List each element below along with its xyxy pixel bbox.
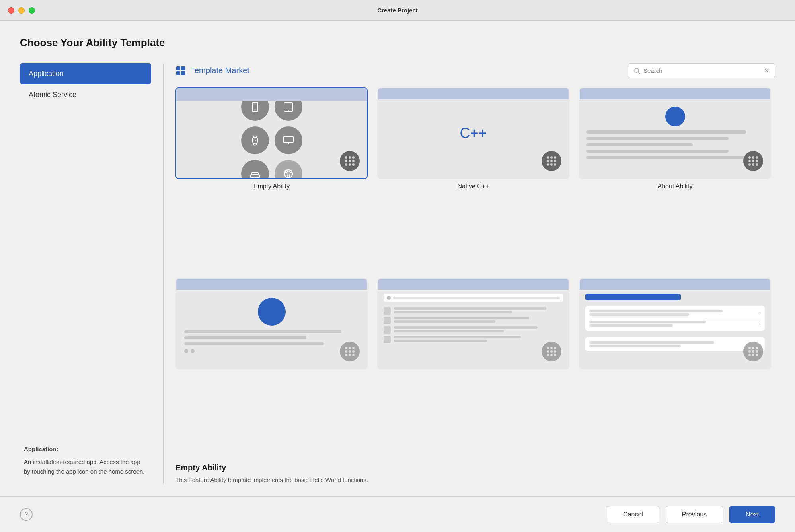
sidebar-description-text: An installation-required app. Access the… <box>24 458 145 475</box>
sidebar-item-atomic-service[interactable]: Atomic Service <box>20 84 151 105</box>
svg-point-7 <box>254 109 255 111</box>
search-input[interactable] <box>643 67 761 74</box>
svg-point-21 <box>252 177 253 179</box>
ea-badge <box>340 151 360 171</box>
window-title: Create Project <box>377 7 418 14</box>
clear-icon[interactable]: ✕ <box>764 67 769 74</box>
sidebar-item-application[interactable]: Application <box>20 63 151 84</box>
about-ability-preview <box>579 87 771 179</box>
svg-line-5 <box>638 72 640 74</box>
sidebar: Application Atomic Service Application: … <box>20 63 151 484</box>
svg-point-22 <box>257 177 258 179</box>
template-market-icon <box>175 66 186 76</box>
selected-template-title: Empty Ability <box>175 463 775 472</box>
settings-preview: › › <box>579 278 771 369</box>
svg-rect-20 <box>251 175 259 178</box>
native-cpp-preview: C++ <box>377 87 569 179</box>
watch-icon <box>241 126 269 154</box>
minimize-button[interactable] <box>18 7 25 14</box>
template-card-about-ability[interactable]: About Ability <box>579 87 771 268</box>
selected-template-desc: This Feature Ability template implements… <box>175 476 775 485</box>
template-area: Template Market ✕ <box>175 63 775 484</box>
content-area: Application Atomic Service Application: … <box>20 63 775 484</box>
footer: ? Cancel Previous Next <box>0 496 795 532</box>
svg-line-29 <box>289 173 290 175</box>
template-card-native-cpp[interactable]: C++ Native C++ <box>377 87 569 268</box>
svg-point-26 <box>287 175 290 177</box>
template-card-empty-ability[interactable]: Empty Ability <box>175 87 368 268</box>
next-button[interactable]: Next <box>729 506 775 523</box>
empty-ability-preview <box>175 87 368 179</box>
svg-rect-1 <box>181 66 185 70</box>
template-description: Empty Ability This Feature Ability templ… <box>175 463 775 485</box>
network-icon <box>275 160 302 179</box>
aa-badge <box>743 151 763 171</box>
cpp-text-label: C++ <box>460 125 487 142</box>
dialog-body: Choose Your Ability Template Application… <box>0 21 795 496</box>
nc-badge <box>542 151 561 171</box>
search-icon <box>634 68 640 74</box>
svg-line-28 <box>286 173 288 175</box>
previous-button[interactable]: Previous <box>666 506 723 523</box>
svg-rect-3 <box>181 71 185 75</box>
template-header: Template Market ✕ <box>175 63 775 78</box>
monitor-icon <box>275 126 302 154</box>
help-button[interactable]: ? <box>20 508 33 521</box>
template-market-title: Template Market <box>175 66 249 76</box>
list-preview <box>377 278 569 369</box>
fc-badge <box>340 342 360 361</box>
svg-rect-17 <box>284 136 293 143</box>
template-card-list[interactable] <box>377 278 569 452</box>
template-card-settings[interactable]: › › <box>579 278 771 452</box>
sidebar-divider <box>163 63 164 484</box>
main-content: Choose Your Ability Template Application… <box>0 21 795 532</box>
dialog-heading: Choose Your Ability Template <box>20 37 775 49</box>
search-box[interactable]: ✕ <box>628 63 775 78</box>
native-cpp-label: Native C++ <box>457 183 489 190</box>
traffic-lights <box>8 7 35 14</box>
cancel-button[interactable]: Cancel <box>607 506 659 523</box>
maximize-button[interactable] <box>29 7 35 14</box>
sc-badge <box>743 342 763 361</box>
svg-point-23 <box>284 170 292 178</box>
sidebar-description: Application: An installation-required ap… <box>20 437 151 484</box>
templates-grid: Empty Ability C++ <box>175 87 775 452</box>
template-card-feature[interactable] <box>175 278 368 452</box>
about-ability-label: About Ability <box>657 183 692 190</box>
svg-rect-0 <box>176 66 180 70</box>
close-button[interactable] <box>8 7 14 14</box>
feature-preview <box>175 278 368 369</box>
svg-rect-2 <box>176 71 180 75</box>
lc-badge <box>542 342 561 361</box>
car-icon <box>241 160 269 179</box>
footer-left: ? <box>20 508 33 521</box>
footer-buttons: Cancel Previous Next <box>607 506 775 523</box>
empty-ability-label: Empty Ability <box>253 183 290 190</box>
title-bar: Create Project <box>0 0 795 21</box>
sidebar-description-title: Application: <box>24 445 147 454</box>
svg-point-9 <box>288 110 289 111</box>
